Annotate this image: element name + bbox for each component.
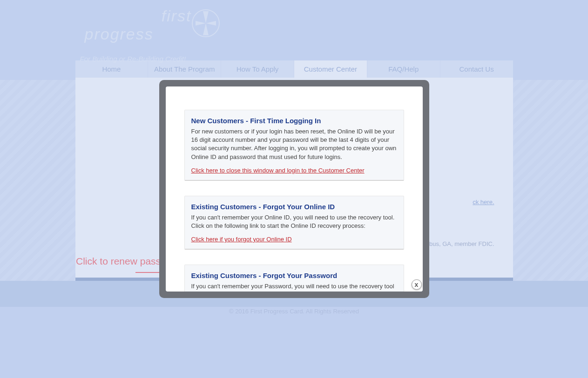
card-title: New Customers - First Time Logging In [191, 117, 397, 125]
help-modal: New Customers - First Time Logging In Fo… [159, 80, 429, 298]
card-new-customers: New Customers - First Time Logging In Fo… [184, 110, 404, 181]
close-icon: x [415, 281, 419, 288]
card-forgot-password: Existing Customers - Forgot Your Passwor… [184, 265, 404, 292]
modal-scroll-area[interactable]: New Customers - First Time Logging In Fo… [166, 86, 423, 292]
card-forgot-online-id: Existing Customers - Forgot Your Online … [184, 196, 404, 250]
close-and-login-link[interactable]: Click here to close this window and logi… [191, 167, 365, 174]
card-title: Existing Customers - Forgot Your Passwor… [191, 272, 397, 279]
card-body: If you can't remember your Password, you… [191, 282, 397, 292]
card-body: If you can't remember your Online ID, yo… [191, 213, 397, 230]
card-title: Existing Customers - Forgot Your Online … [191, 203, 397, 211]
modal-close-button[interactable]: x [412, 279, 422, 290]
forgot-online-id-link[interactable]: Click here if you forgot your Online ID [191, 236, 292, 243]
card-body: For new customers or if your login has b… [191, 127, 397, 161]
modal-backdrop: New Customers - First Time Logging In Fo… [0, 0, 588, 378]
